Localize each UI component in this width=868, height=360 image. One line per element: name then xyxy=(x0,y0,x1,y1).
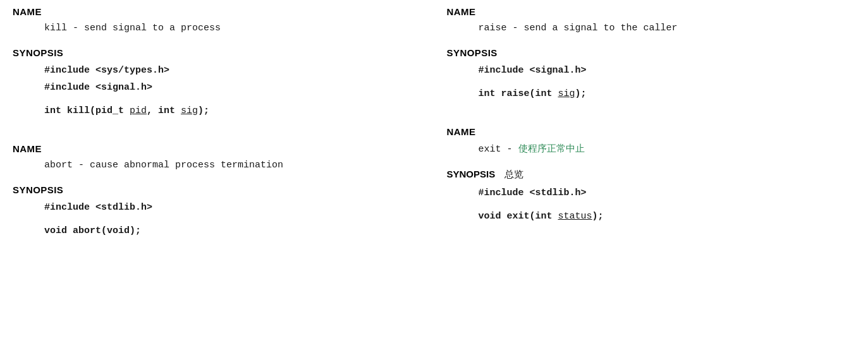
kill-name-content: kill - send signal to a process xyxy=(13,21,422,36)
abort-synopsis-content: #include <stdlib.h> void abort(void); xyxy=(13,199,422,239)
abort-synopsis-label: SYNOPSIS xyxy=(13,184,422,195)
abort-name-content: abort - cause abnormal process terminati… xyxy=(13,158,422,173)
exit-synopsis-label-row: SYNOPSIS 总览 xyxy=(447,169,856,181)
abort-include1: #include <stdlib.h> xyxy=(44,199,422,216)
abort-signature: void abort(void); xyxy=(44,222,422,239)
abort-name-label: NAME xyxy=(13,143,422,154)
kill-synopsis-label: SYNOPSIS xyxy=(13,47,422,58)
raise-name-label: NAME xyxy=(447,6,856,17)
kill-name-label: NAME xyxy=(13,6,422,17)
kill-include1: #include <sys/types.h> xyxy=(44,62,422,79)
raise-include1: #include <signal.h> xyxy=(479,62,856,79)
exit-name-content: exit - 使程序正常中止 xyxy=(447,141,856,157)
exit-synopsis-content: #include <stdlib.h> void exit(int status… xyxy=(447,184,856,225)
exit-signature: void exit(int status); xyxy=(479,208,856,225)
kill-include2: #include <signal.h> xyxy=(44,79,422,96)
raise-synopsis-content: #include <signal.h> int raise(int sig); xyxy=(447,62,856,102)
raise-name-content: raise - send a signal to the caller xyxy=(447,21,856,36)
exit-name-label: NAME xyxy=(447,126,856,137)
exit-include1: #include <stdlib.h> xyxy=(479,184,856,201)
kill-signature: int kill(pid_t pid, int sig); xyxy=(44,102,422,119)
kill-synopsis-content: #include <sys/types.h> #include <signal.… xyxy=(13,62,422,119)
raise-synopsis-label: SYNOPSIS xyxy=(447,47,856,58)
raise-signature: int raise(int sig); xyxy=(479,85,856,102)
